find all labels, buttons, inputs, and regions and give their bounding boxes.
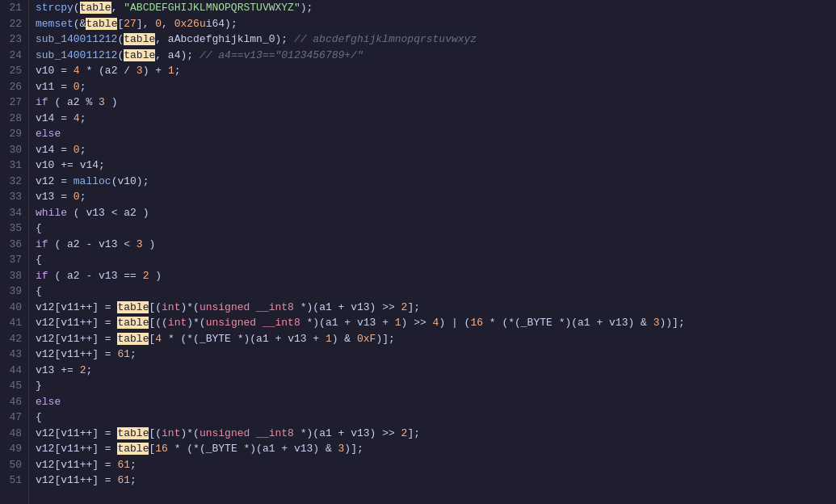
code-line-47: { [36, 410, 836, 426]
code-line-45: } [36, 378, 836, 394]
ln-36: 36 [6, 237, 22, 253]
code-line-34: while ( v13 < a2 ) [36, 205, 836, 221]
ln-29: 29 [6, 126, 22, 142]
ln-51: 51 [6, 472, 22, 489]
code-line-27: if ( a2 % 3 ) [36, 94, 836, 111]
code-line-35: { [36, 220, 836, 237]
ln-48: 48 [6, 426, 22, 442]
code-line-43: v12[v11++] = 61; [36, 346, 836, 363]
ln-35: 35 [6, 220, 22, 237]
code-line-30: v14 = 0; [36, 142, 836, 158]
ln-25: 25 [6, 63, 22, 79]
ln-33: 33 [6, 189, 22, 205]
code-line-33: v13 = 0; [36, 189, 836, 205]
ln-47: 47 [6, 410, 22, 426]
code-line-39: { [36, 284, 836, 300]
ln-38: 38 [6, 268, 22, 284]
ln-28: 28 [6, 111, 22, 127]
code-line-37: { [36, 252, 836, 268]
ln-32: 32 [6, 174, 22, 190]
code-line-23: sub_140011212(table, aAbcdefghijklmn_0);… [36, 32, 836, 48]
code-line-29: else [36, 126, 836, 142]
ln-42: 42 [6, 331, 22, 347]
code-editor: 21 22 23 24 25 26 27 28 29 30 31 32 33 3… [0, 0, 836, 504]
code-line-41: v12[v11++] = table[((int)*(unsigned __in… [36, 315, 836, 331]
code-line-42: v12[v11++] = table[4 * (*(_BYTE *)(a1 + … [36, 331, 836, 347]
code-line-25: v10 = 4 * (a2 / 3) + 1; [36, 63, 836, 79]
ln-44: 44 [6, 363, 22, 379]
code-line-46: else [36, 394, 836, 410]
code-line-36: if ( a2 - v13 < 3 ) [36, 237, 836, 253]
ln-22: 22 [6, 16, 22, 32]
code-line-32: v12 = malloc(v10); [36, 174, 836, 190]
line-numbers: 21 22 23 24 25 26 27 28 29 30 31 32 33 3… [0, 0, 29, 504]
code-line-28: v14 = 4; [36, 111, 836, 127]
ln-40: 40 [6, 300, 22, 316]
ln-26: 26 [6, 79, 22, 95]
code-line-38: if ( a2 - v13 == 2 ) [36, 268, 836, 284]
ln-49: 49 [6, 441, 22, 457]
ln-21: 21 [6, 0, 22, 16]
code-line-40: v12[v11++] = table[(int)*(unsigned __int… [36, 300, 836, 316]
ln-23: 23 [6, 32, 22, 48]
ln-39: 39 [6, 284, 22, 300]
ln-50: 50 [6, 457, 22, 473]
code-line-51: v12[v11++] = 61; [36, 472, 836, 489]
ln-30: 30 [6, 142, 22, 158]
code-line-31: v10 += v14; [36, 158, 836, 174]
ln-24: 24 [6, 48, 22, 64]
ln-34: 34 [6, 205, 22, 221]
ln-27: 27 [6, 94, 22, 111]
code-line-48: v12[v11++] = table[(int)*(unsigned __int… [36, 426, 836, 442]
ln-31: 31 [6, 158, 22, 174]
code-line-22: memset(&table[27], 0, 0x26ui64); [36, 16, 836, 32]
ln-45: 45 [6, 378, 22, 394]
code-line-50: v12[v11++] = 61; [36, 457, 836, 473]
ln-41: 41 [6, 315, 22, 331]
code-line-44: v13 += 2; [36, 363, 836, 379]
code-lines: strcpy(table, "ABCDEFGHIJKLMNOPQRSTUVWXY… [29, 0, 836, 504]
ln-43: 43 [6, 346, 22, 363]
code-line-49: v12[v11++] = table[16 * (*(_BYTE *)(a1 +… [36, 441, 836, 457]
code-line-26: v11 = 0; [36, 79, 836, 95]
code-line-21: strcpy(table, "ABCDEFGHIJKLMNOPQRSTUVWXY… [36, 0, 836, 16]
ln-37: 37 [6, 252, 22, 268]
code-line-24: sub_140011212(table, a4); // a4==v13=="0… [36, 48, 836, 64]
ln-46: 46 [6, 394, 22, 410]
